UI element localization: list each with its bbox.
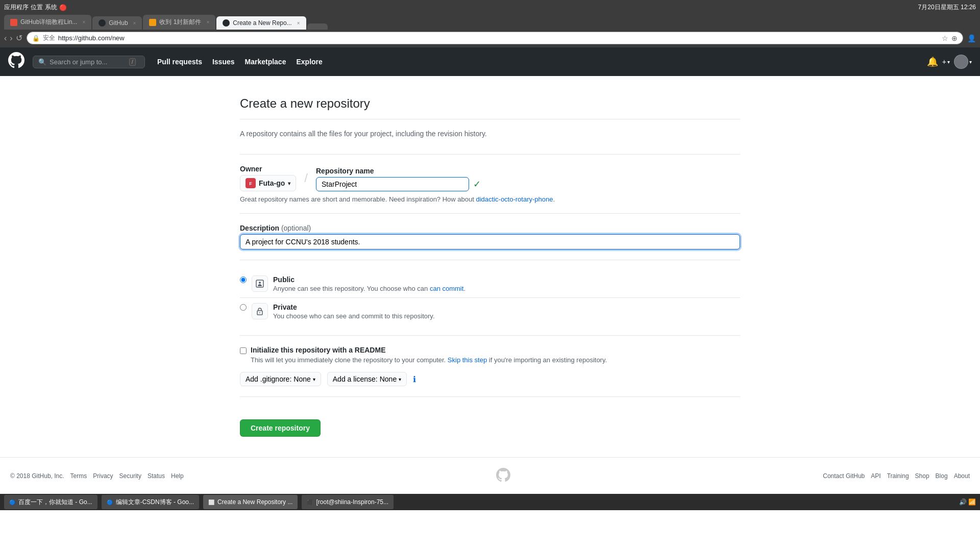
taskbar-terminal-icon: ⬛ [307,499,313,505]
tab-close-4[interactable]: × [297,20,300,26]
gitignore-caret-icon: ▾ [313,377,315,382]
extensions-icon[interactable]: ⊕ [951,34,958,42]
search-bar[interactable]: 🔍 / [33,56,145,68]
tab-mail[interactable]: 收到 1封新邮件 × [143,15,215,30]
readme-text: Initialize this repository with a README… [251,346,740,364]
search-input[interactable] [50,58,126,66]
footer-privacy[interactable]: Privacy [93,472,113,480]
taskbar-baidu-label: 百度一下，你就知道 - Go... [18,498,92,507]
bookmark-icon[interactable]: ☆ [942,34,948,42]
info-icon[interactable]: ℹ [413,374,416,384]
divider-mid1 [240,213,740,214]
address-bar[interactable]: 🔒 安全 https://github.com/new ☆ ⊕ [27,32,963,44]
nav-marketplace[interactable]: Marketplace [241,54,290,70]
description-label: Description (optional) [240,224,740,232]
taskbar-baidu-icon: 🔵 [9,499,15,505]
create-repository-button[interactable]: Create repository [240,419,321,437]
public-radio-input[interactable] [240,277,247,283]
divider-top [240,154,740,155]
footer-logo-center [496,468,510,484]
plus-caret: ▾ [947,59,950,65]
repo-name-input[interactable] [316,177,469,191]
footer-terms[interactable]: Terms [70,472,87,480]
footer-right: Contact GitHub API Training Shop Blog Ab… [823,472,970,480]
taskbar-terminal[interactable]: ⬛ [root@shiina-Inspiron-75... [302,495,394,509]
private-option: Private You choose who can see and commi… [240,297,740,325]
taskbar-csdn-label: 编辑文章-CSDN博客 - Goo... [116,498,194,507]
footer-training[interactable]: Training [887,472,909,480]
tab-favicon-1 [10,19,17,26]
license-dropdown[interactable]: Add a license: None ▾ [327,372,407,386]
tab-close-3[interactable]: × [206,19,209,25]
description-input[interactable] [240,234,740,249]
main-nav: Pull requests Issues Marketplace Explore [153,54,919,70]
skip-step-link[interactable]: Skip this step [448,356,487,364]
readme-desc: This will let you immediately clone the … [251,356,740,364]
tab-create-repo[interactable]: Create a New Repo... × [216,16,306,30]
tab-close-1[interactable]: × [82,19,85,25]
search-icon: 🔍 [38,58,46,66]
visibility-radio-group: Public Anyone can see this repository. Y… [240,270,740,325]
gitignore-dropdown[interactable]: Add .gitignore: None ▾ [240,372,321,386]
page-subtitle: A repository contains all the files for … [240,130,740,138]
tab-favicon-4 [223,19,230,27]
taskbar-status-icons: 🔊 📶 [959,498,976,506]
taskbar-terminal-label: [root@shiina-Inspiron-75... [316,498,388,506]
taskbar-baidu[interactable]: 🔵 百度一下，你就知道 - Go... [4,495,97,509]
profile-icon[interactable]: 👤 [967,34,976,42]
tab-label-4: Create a New Repo... [233,19,291,27]
license-caret-icon: ▾ [399,377,401,382]
footer-help[interactable]: Help [171,472,184,480]
taskbar-github-create[interactable]: ⬜ Create a New Repository ... [203,495,298,509]
tab-label-1: GitHub详细教程Lin... [20,18,77,27]
url-action-icons: ☆ ⊕ [942,34,958,42]
github-logo[interactable] [8,52,24,71]
taskbar-csdn[interactable]: 🔵 编辑文章-CSDN博客 - Goo... [102,495,199,509]
footer-contact[interactable]: Contact GitHub [823,472,865,480]
tab-label-3: 收到 1封新邮件 [159,18,201,27]
nav-pull-requests[interactable]: Pull requests [153,54,206,70]
taskbar-github-label: Create a New Repository ... [217,498,292,506]
readme-checkbox[interactable] [240,347,247,354]
forward-button[interactable]: › [10,33,12,43]
private-radio-input[interactable] [240,304,247,311]
nav-explore[interactable]: Explore [292,54,326,70]
new-item-button[interactable]: + ▾ [942,58,950,66]
footer-security[interactable]: Security [119,472,141,480]
commit-link[interactable]: can commit [430,285,463,292]
divider-mid2 [240,260,740,260]
url-text: https://github.com/new [58,34,939,42]
page-title: Create a new repository [240,96,740,119]
suggestion-link[interactable]: didactic-octo-rotary-phone [476,195,553,203]
footer-shop[interactable]: Shop [915,472,929,480]
description-section: Description (optional) [240,224,740,249]
public-option: Public Anyone can see this repository. Y… [240,270,740,297]
tab-github[interactable]: GitHub × [92,16,142,30]
taskbar-github-icon: ⬜ [208,499,214,505]
notifications-bell[interactable]: 🔔 [927,56,938,67]
repo-name-col: Repository name ✓ [316,167,481,191]
clock: 7月20日星期五 12:26 [918,3,976,12]
footer-blog[interactable]: Blog [936,472,948,480]
suggestion-text: Great repository names are short and mem… [240,195,740,203]
owner-caret-icon: ▾ [288,181,290,186]
back-button[interactable]: ‹ [4,33,7,43]
reload-button[interactable]: ↺ [16,33,22,43]
footer-about[interactable]: About [954,472,970,480]
tab-favicon-2 [99,19,106,27]
readme-label: Initialize this repository with a README [251,346,740,354]
tab-blank[interactable] [307,23,328,30]
security-label: 安全 [43,34,55,42]
nav-issues[interactable]: Issues [208,54,239,70]
footer-status[interactable]: Status [148,472,165,480]
tab-close-2[interactable]: × [133,20,136,26]
footer-api[interactable]: API [871,472,880,480]
github-header: 🔍 / Pull requests Issues Marketplace Exp… [0,47,980,76]
tab-github-detail[interactable]: GitHub详细教程Lin... × [4,15,91,30]
owner-col: Owner F Futa-go ▾ [240,165,296,191]
browser-nav: ‹ › ↺ [4,33,22,43]
owner-dropdown[interactable]: F Futa-go ▾ [240,175,296,191]
user-menu[interactable]: ▾ [954,55,972,69]
owner-repo-row: Owner F Futa-go ▾ / Repository name ✓ [240,165,740,191]
public-icon [252,276,268,292]
